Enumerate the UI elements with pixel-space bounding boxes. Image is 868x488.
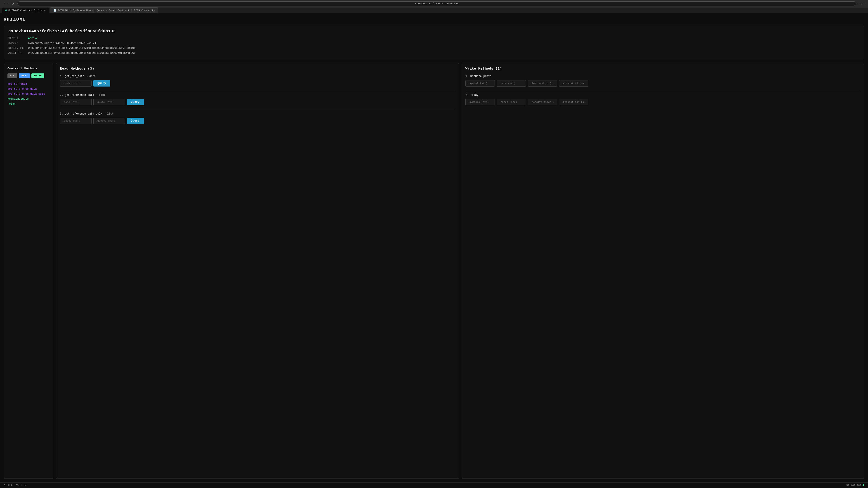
read-method-1-name: get_ref_data bbox=[65, 75, 84, 78]
write-method-2-param-2[interactable] bbox=[528, 99, 557, 105]
read-method-2-header: 2. get_reference_data → dict bbox=[60, 94, 455, 97]
forward-button[interactable]: › bbox=[6, 1, 10, 6]
write-method-2: 2. relay bbox=[465, 94, 861, 105]
write-method-1-header: 1. RefDataUpdate bbox=[465, 75, 861, 78]
read-method-2-query-button[interactable]: Query bbox=[127, 99, 144, 105]
write-method-2-header: 2. relay bbox=[465, 94, 861, 97]
write-method-1-param-0[interactable] bbox=[465, 80, 495, 87]
read-method-3-arrow: → bbox=[104, 112, 107, 116]
write-method-1: 1. RefDataUpdate bbox=[465, 75, 861, 87]
browser-chrome: ‹ › ⟳ contract-explorer.rhizome.dev ⬆ ☆ … bbox=[0, 0, 868, 7]
read-method-1-inputs: Query bbox=[60, 80, 455, 87]
deploy-tx-row: Deploy Tx: 0xc3cb41f3c485d51cfa28b5770a2… bbox=[8, 46, 860, 51]
owner-row: Owner: hx02e6bf5860b7d7744ec5050545d10d3… bbox=[8, 41, 860, 46]
sidebar-item-relay[interactable]: relay bbox=[7, 102, 50, 106]
read-method-3-param-0[interactable] bbox=[60, 118, 92, 124]
read-method-1: 1. get_ref_data → dict Query bbox=[60, 75, 455, 87]
status-value: Active bbox=[28, 37, 38, 40]
footer-coords: 59,489,281 bbox=[846, 484, 864, 487]
filter-all-button[interactable]: ALL bbox=[7, 73, 18, 78]
tab-label-2: ICON With Python – How to Query a Smart … bbox=[58, 9, 155, 12]
write-method-1-number: 1. bbox=[465, 75, 469, 78]
new-tab-icon: + bbox=[864, 2, 866, 5]
logo: RHIZOME bbox=[4, 17, 864, 22]
main-grid: Contract Methods ALL READ WRITE get_ref_… bbox=[4, 63, 864, 479]
write-panel-title: Write Methods (2) bbox=[465, 67, 861, 71]
read-method-1-arrow: → bbox=[86, 75, 89, 78]
read-method-2-number: 2. bbox=[60, 94, 63, 97]
sidebar-item-ref-data-update[interactable]: RefDataUpdate bbox=[7, 97, 50, 101]
read-method-3: 3. get_reference_data_bulk → list Query bbox=[60, 112, 455, 124]
tab-label-active: RHIZOME Contract Explorer bbox=[8, 9, 46, 12]
read-method-3-param-1[interactable] bbox=[93, 118, 125, 124]
read-method-2-inputs: Query bbox=[60, 99, 455, 105]
owner-value: hx02e6bf5860b7d7744ec5050545d10d37c72ac2… bbox=[28, 42, 96, 45]
method-list: get_ref_data get_reference_data get_refe… bbox=[7, 82, 50, 106]
app: RHIZOME cx087b4164a87fdfb7b714f3bafe9dfb… bbox=[0, 13, 868, 482]
write-method-1-name: RefDataUpdate bbox=[470, 75, 492, 78]
read-method-3-inputs: Query bbox=[60, 118, 455, 124]
tab-contract-explorer[interactable]: RHIZOME Contract Explorer bbox=[2, 8, 49, 13]
audit-tx-label: Audit Tx: bbox=[8, 51, 26, 56]
contract-address: cx087b4164a87fdfb7b714f3bafe9dfb050fd6b1… bbox=[8, 29, 860, 33]
write-method-2-param-0[interactable] bbox=[465, 99, 495, 105]
tab-icon-community[interactable]: 📄 ICON With Python – How to Query a Smar… bbox=[50, 7, 158, 13]
write-method-1-param-1[interactable] bbox=[497, 80, 526, 87]
write-method-2-number: 2. bbox=[465, 94, 469, 97]
connection-status-dot bbox=[863, 484, 864, 486]
refresh-button[interactable]: ⟳ bbox=[11, 1, 16, 6]
audit-tx-row: Audit Tx: 0x279dbc0935a1af940aa5bbed3ba9… bbox=[8, 51, 860, 56]
sidebar-item-get-reference-data[interactable]: get_reference_data bbox=[7, 87, 50, 91]
status-row: Status: Active bbox=[8, 36, 860, 41]
read-method-2-param-1[interactable] bbox=[93, 99, 125, 105]
filter-read-button[interactable]: READ bbox=[19, 73, 30, 78]
footer: GitHub Twitter 59,489,281 bbox=[0, 482, 868, 488]
sidebar-title: Contract Methods bbox=[7, 67, 50, 70]
deploy-tx-label: Deploy Tx: bbox=[8, 46, 26, 51]
contract-info-box: cx087b4164a87fdfb7b714f3bafe9dfb050fd6b1… bbox=[4, 25, 864, 59]
owner-label: Owner: bbox=[8, 41, 26, 46]
read-method-1-header: 1. get_ref_data → dict bbox=[60, 75, 455, 78]
write-method-2-param-3[interactable] bbox=[559, 99, 588, 105]
back-button[interactable]: ‹ bbox=[2, 1, 6, 6]
filter-buttons: ALL READ WRITE bbox=[7, 73, 50, 78]
read-method-2-param-0[interactable] bbox=[60, 99, 92, 105]
browser-actions: ⬆ ☆ + bbox=[858, 2, 866, 5]
audit-tx-value: 0x279dbc0935a1af940aa5bbed3ba970c51f6a6e… bbox=[28, 52, 135, 55]
filter-write-button[interactable]: WRITE bbox=[31, 73, 44, 78]
write-method-2-name: relay bbox=[470, 94, 478, 97]
write-methods-panel: Write Methods (2) 1. RefDataUpdate 2 bbox=[462, 63, 864, 479]
github-link[interactable]: GitHub bbox=[4, 484, 13, 487]
status-label: Status: bbox=[8, 36, 26, 41]
read-method-2-arrow: → bbox=[96, 94, 99, 97]
read-method-3-number: 3. bbox=[60, 112, 63, 116]
read-method-3-header: 3. get_reference_data_bulk → list bbox=[60, 112, 455, 116]
read-method-1-return: dict bbox=[89, 75, 96, 78]
write-method-1-param-3[interactable] bbox=[559, 80, 588, 87]
read-method-3-name: get_reference_data_bulk bbox=[65, 112, 102, 116]
read-panel-title: Read Methods (3) bbox=[60, 67, 455, 71]
read-method-2: 2. get_reference_data → dict Query bbox=[60, 94, 455, 105]
sidebar-item-get-reference-data-bulk[interactable]: get_reference_data_bulk bbox=[7, 92, 50, 96]
twitter-link[interactable]: Twitter bbox=[16, 484, 27, 487]
deploy-tx-value: 0xc3cb41f3c485d51cfa28b5770a29a9113219fa… bbox=[28, 46, 135, 50]
write-method-2-inputs bbox=[465, 99, 861, 105]
write-method-1-inputs bbox=[465, 80, 861, 87]
tab-favicon-2: 📄 bbox=[53, 9, 57, 12]
sidebar-item-get-ref-data[interactable]: get_ref_data bbox=[7, 82, 50, 86]
read-method-2-return: dict bbox=[99, 94, 105, 97]
contract-meta: Status: Active Owner: hx02e6bf5860b7d774… bbox=[8, 36, 860, 56]
write-method-2-param-1[interactable] bbox=[497, 99, 526, 105]
read-method-3-query-button[interactable]: Query bbox=[127, 118, 144, 124]
browser-nav: ‹ › ⟳ bbox=[2, 1, 16, 6]
read-method-1-number: 1. bbox=[60, 75, 63, 78]
address-bar[interactable]: contract-explorer.rhizome.dev bbox=[18, 1, 856, 6]
coords-value: 59,489,281 bbox=[846, 484, 861, 487]
read-method-1-param-0[interactable] bbox=[60, 80, 92, 87]
read-method-1-query-button[interactable]: Query bbox=[93, 80, 110, 87]
share-icon: ⬆ bbox=[858, 2, 860, 5]
read-methods-panel: Read Methods (3) 1. get_ref_data → dict … bbox=[56, 63, 459, 479]
read-method-3-return: list bbox=[107, 112, 114, 116]
bookmark-icon: ☆ bbox=[861, 2, 863, 5]
write-method-1-param-2[interactable] bbox=[528, 80, 557, 87]
